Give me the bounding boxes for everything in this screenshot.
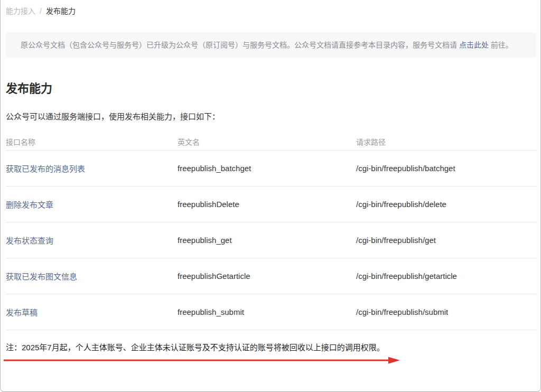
api-request-path: /cgi-bin/freepublish/submit	[356, 307, 536, 316]
table-row: 获取已发布图文信息 freepublishGetarticle /cgi-bin…	[6, 258, 536, 294]
api-english-name: freepublish_get	[178, 236, 356, 245]
table-row: 删除发布文章 freepublishDelete /cgi-bin/freepu…	[6, 186, 536, 222]
api-link[interactable]: 获取已发布的消息列表	[6, 164, 85, 173]
notice-text-after: 前往。	[489, 41, 513, 49]
breadcrumb-separator: /	[40, 7, 42, 15]
api-request-path: /cgi-bin/freepublish/get	[356, 236, 536, 245]
table-row: 获取已发布的消息列表 freepublish_batchget /cgi-bin…	[6, 151, 536, 186]
page-frame: 能力接入/发布能力 原公众号文档（包含公众号与服务号）已升级为公众号（原订阅号）…	[0, 0, 541, 392]
api-link[interactable]: 发布草稿	[6, 308, 38, 317]
deprecation-note: 注：2025年7月起，个人主体账号、企业主体未认证账号及不支持认证的账号将被回收…	[6, 342, 536, 353]
click-here-link[interactable]: 点击此处	[459, 41, 489, 49]
table-header-row: 接口名称 英文名 请求路径	[6, 133, 536, 151]
api-link[interactable]: 获取已发布图文信息	[6, 272, 77, 281]
api-request-path: /cgi-bin/freepublish/batchget	[356, 164, 536, 173]
content-area: 能力接入/发布能力 原公众号文档（包含公众号与服务号）已升级为公众号（原订阅号）…	[1, 0, 540, 365]
header-english-name: 英文名	[178, 136, 356, 147]
breadcrumb: 能力接入/发布能力	[6, 5, 536, 17]
api-request-path: /cgi-bin/freepublish/delete	[356, 200, 536, 209]
intro-text: 公众号可以通过服务端接口，使用发布相关能力，接口如下：	[6, 111, 536, 123]
breadcrumb-parent[interactable]: 能力接入	[6, 7, 35, 15]
api-english-name: freepublish_batchget	[178, 164, 356, 173]
table-row: 发布状态查询 freepublish_get /cgi-bin/freepubl…	[6, 222, 536, 258]
api-link[interactable]: 发布状态查询	[6, 236, 53, 245]
notice-text-before: 原公众号文档（包含公众号与服务号）已升级为公众号（原订阅号）与服务号文档。公众号…	[21, 41, 459, 49]
api-english-name: freepublishDelete	[178, 200, 356, 209]
table-row: 发布草稿 freepublish_submit /cgi-bin/freepub…	[6, 294, 536, 330]
red-underline-arrow	[4, 356, 403, 365]
header-request-path: 请求路径	[356, 136, 536, 147]
api-link[interactable]: 删除发布文章	[6, 200, 53, 209]
api-english-name: freepublish_submit	[178, 307, 356, 316]
api-table: 接口名称 英文名 请求路径 获取已发布的消息列表 freepublish_bat…	[6, 133, 536, 330]
api-request-path: /cgi-bin/freepublish/getarticle	[356, 272, 536, 281]
page-title: 发布能力	[6, 81, 536, 97]
api-english-name: freepublishGetarticle	[178, 272, 356, 281]
upgrade-notice-banner: 原公众号文档（包含公众号与服务号）已升级为公众号（原订阅号）与服务号文档。公众号…	[6, 32, 536, 58]
breadcrumb-current: 发布能力	[46, 7, 76, 15]
header-interface-name: 接口名称	[6, 136, 178, 147]
